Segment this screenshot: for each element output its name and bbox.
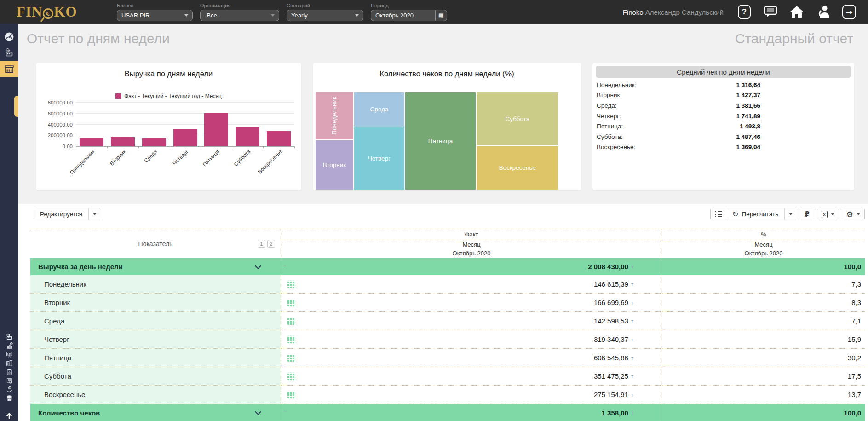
edit-mode-button[interactable]: Редактируется <box>34 208 89 220</box>
sidebar-item-buildings[interactable] <box>0 359 18 367</box>
sidebar-item-finance-chart[interactable]: $ <box>0 342 18 349</box>
charts-row: Выручка по дням недели Факт - Текущий - … <box>36 63 854 190</box>
sidebar-nav: % % $ $ <box>0 24 18 421</box>
database-icon <box>6 394 13 402</box>
logout-button[interactable]: → <box>840 3 858 21</box>
percent-value: 8,3 <box>851 299 861 306</box>
y-axis-labels: 0.00200000.00400000.00600000.00800000.00 <box>40 103 76 147</box>
period-input[interactable]: Октябрь 2020 <box>371 10 435 21</box>
calculator-icon[interactable] <box>287 391 295 398</box>
row-label-cell: Пятница <box>30 349 281 367</box>
sidebar-item-dashboard[interactable] <box>0 29 18 45</box>
bar <box>173 129 197 146</box>
percent-subheader: Месяц Октябрь 2020 <box>662 240 865 258</box>
calculator-icon[interactable] <box>287 299 295 306</box>
bar-chart-title: Выручка по дням недели <box>36 63 301 78</box>
row-label: Вторник <box>44 299 70 306</box>
row-label-cell: Понедельник <box>30 275 281 294</box>
calculator-icon[interactable] <box>287 280 295 288</box>
treemap: ПонедельникВторникСредаЧетвергПятницаСуб… <box>315 92 559 190</box>
recalculate-dropdown[interactable] <box>785 208 797 220</box>
settings-button[interactable]: ⚙ <box>842 208 864 220</box>
finoko-logo[interactable]: FIN€KO <box>17 4 95 20</box>
messages-button[interactable] <box>762 3 779 21</box>
average-check-row: Суббота:1 487,46 <box>597 132 854 142</box>
report-table: Показатель 1 2 Факт % Месяц Октябрь 2020… <box>30 229 865 421</box>
calendar-button[interactable]: ▦ <box>435 10 447 21</box>
chevron-down-icon[interactable] <box>255 409 261 415</box>
hotel-icon <box>4 63 15 75</box>
main-content: Отчет по дням недели Стандарный отчет Вы… <box>18 24 868 421</box>
currency-button[interactable]: ₽ <box>800 208 813 220</box>
average-check-row: Вторник:1 427,37 <box>597 90 854 101</box>
filter-scenario: Сценарий Yearly <box>287 3 363 21</box>
business-select[interactable]: USAR PIR <box>117 10 193 21</box>
page-subtitle: Стандарный отчет <box>735 31 853 46</box>
user-info[interactable]: Finoko Александр Сандульский <box>623 8 724 16</box>
table-row: Пятница606 545,86т30,2 <box>30 349 865 367</box>
page-title: Отчет по дням недели <box>27 31 170 46</box>
user-name: Александр Сандульский <box>645 8 724 16</box>
y-axis-tick: 600000.00 <box>48 111 73 116</box>
chevron-down-icon[interactable] <box>255 263 261 269</box>
percent-value: 13,7 <box>848 391 861 398</box>
edit-mode-dropdown[interactable] <box>89 208 101 220</box>
average-check-value: 1 381,66 <box>736 102 760 109</box>
percent-value: 100,0 <box>844 263 861 271</box>
sidebar-item-company-kpi[interactable]: % <box>0 45 18 61</box>
y-axis-tick: 400000.00 <box>48 122 73 127</box>
calculator-icon[interactable] <box>287 372 295 380</box>
percent-value: 100,0 <box>844 409 861 417</box>
table-row[interactable]: Количество чеков–1 358,00т100,0 <box>30 404 865 421</box>
calculator-icon[interactable] <box>287 317 295 325</box>
average-check-value: 1 427,37 <box>736 92 760 98</box>
chevron-down-icon <box>271 14 275 17</box>
home-button[interactable] <box>788 3 805 21</box>
svg-text:$: $ <box>9 386 10 389</box>
scroll-up-button[interactable] <box>0 411 18 420</box>
currency-suffix: т <box>631 410 633 415</box>
table-row[interactable]: Выручка за день недели–2 008 430,00т100,… <box>30 258 865 275</box>
topbar-actions: ? → <box>736 3 858 21</box>
toolbar-right-group: ↻Пересчитать ₽ x ⚙ <box>710 208 865 220</box>
treemap-tile: Понедельник <box>315 92 354 140</box>
scenario-select[interactable]: Yearly <box>287 10 363 21</box>
help-button[interactable]: ? <box>736 3 753 21</box>
filter-period: Период Октябрь 2020 ▦ <box>371 3 447 21</box>
currency-suffix: т <box>631 318 633 324</box>
organization-select[interactable]: -Все- <box>200 10 279 21</box>
sidebar-item-hotel-active[interactable] <box>0 61 18 77</box>
sidebar-item-presentation[interactable] <box>0 351 18 358</box>
level-2-button[interactable]: 2 <box>267 240 275 248</box>
calculator-icon[interactable] <box>287 335 295 343</box>
row-label-cell: Выручка за день недели <box>30 258 281 275</box>
level-1-button[interactable]: 1 <box>258 240 265 248</box>
average-check-row: Среда:1 381,66 <box>597 100 854 111</box>
row-list-button[interactable] <box>711 208 726 220</box>
currency-suffix: т <box>631 264 633 270</box>
presentation-pie-icon <box>6 351 13 358</box>
export-excel-button[interactable]: x <box>817 208 839 220</box>
sidebar-item-company-percent[interactable]: % <box>0 333 18 340</box>
organization-select-value: -Все- <box>205 12 219 19</box>
average-check-label: Воскресенье: <box>597 144 635 150</box>
fact-cell: 275 154,91т <box>281 386 662 404</box>
currency-suffix: т <box>631 374 633 379</box>
sidebar-item-database[interactable] <box>0 394 18 402</box>
calculator-icon[interactable] <box>287 354 295 362</box>
treemap-title: Количество чеков по дням недели (%) <box>313 63 581 78</box>
percent-cell: 100,0 <box>662 404 865 421</box>
sidebar-expand-tab[interactable] <box>14 96 18 117</box>
profile-button[interactable] <box>814 3 832 21</box>
sidebar-item-document-seal[interactable] <box>0 377 18 384</box>
axis-tick <box>76 146 76 148</box>
fact-value: 142 598,53 <box>594 317 628 325</box>
filter-scenario-label: Сценарий <box>287 3 363 8</box>
percent-cell: 8,3 <box>662 294 865 312</box>
sidebar-item-checklist[interactable] <box>0 368 18 375</box>
fact-value: 319 340,37 <box>594 335 628 343</box>
recalculate-button[interactable]: ↻Пересчитать <box>726 208 785 220</box>
average-check-value: 1 741,89 <box>736 113 760 120</box>
filter-organization-label: Организация <box>200 3 279 8</box>
sidebar-item-hand-coin[interactable]: $ <box>0 386 18 393</box>
